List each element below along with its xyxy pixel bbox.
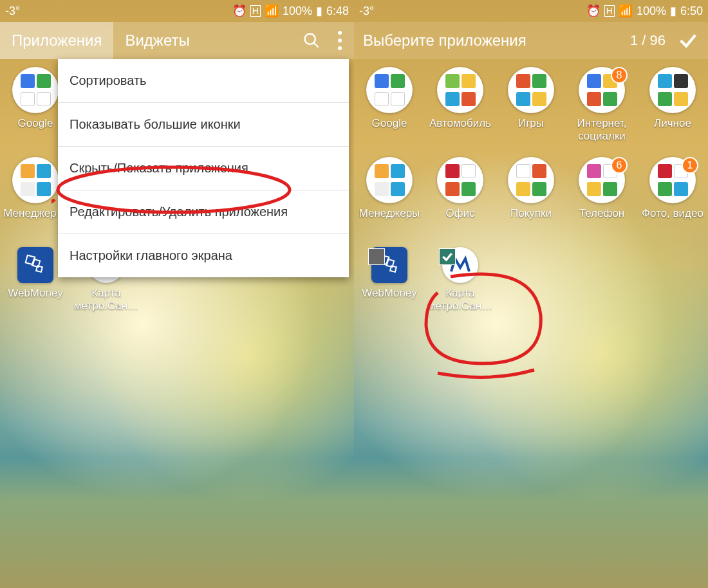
folder-office[interactable]: Офис [425,157,496,247]
battery-icon: ▮ [316,4,322,18]
menu-edit-delete-apps[interactable]: Редактировать/Удалить приложения [58,190,349,234]
badge: 6 [611,157,628,174]
folder-label: Офис [444,207,476,220]
app-label: Карта метро.Сан… [71,287,142,312]
selection-counter: 1 / 96 [630,32,666,49]
status-bar: -3° ⏰ H 📶 100% ▮ 6:50 [354,0,708,22]
folder-label: Автомобиль [428,117,492,130]
battery-pct: 100% [637,5,666,18]
folder-photo[interactable]: 1 Фото, видео [637,157,708,247]
battery-pct: 100% [283,5,312,18]
folder-games[interactable]: Игры [496,67,566,157]
signal-icon: 📶 [619,4,633,18]
folder-personal[interactable]: Личное [637,67,708,157]
folder-label: Телефон [578,207,626,220]
folder-phone[interactable]: 6 Телефон [566,157,637,247]
screen-left: -3° ⏰ H 📶 100% ▮ 6:48 Приложения Виджеты [0,0,354,588]
status-bar: -3° ⏰ H 📶 100% ▮ 6:48 [0,0,354,22]
svg-rect-4 [36,266,42,272]
folder-shop[interactable]: Покупки [496,157,566,247]
signal-icon: 📶 [265,4,279,18]
selection-titlebar: Выберите приложения 1 / 96 [354,22,708,59]
app-metro[interactable]: Карта метро.Сан… [425,247,496,337]
svg-point-0 [305,34,315,44]
data-icon: H [604,5,615,17]
app-label: WebMoney [6,287,64,300]
folder-auto[interactable]: Автомобиль [425,67,496,157]
clock: 6:50 [680,5,703,18]
temperature: -3° [359,5,374,18]
alarm-icon: ⏰ [232,4,247,18]
badge: 1 [682,157,698,174]
tab-apps[interactable]: Приложения [0,22,113,59]
menu-homescreen-settings[interactable]: Настройки главного экрана [58,234,349,277]
folder-label: Google [17,117,55,130]
select-checkbox[interactable] [368,248,385,265]
folder-managers[interactable]: Менеджеры [354,157,425,247]
confirm-icon[interactable] [677,30,699,51]
svg-rect-8 [390,266,396,272]
folder-label: Покупки [509,207,553,220]
battery-icon: ▮ [670,4,676,18]
overflow-icon[interactable] [326,31,354,50]
app-label: WebMoney [360,287,418,300]
data-icon: H [250,5,261,17]
screen-right: -3° ⏰ H 📶 100% ▮ 6:50 Выберите приложени… [354,0,708,588]
temperature: -3° [5,5,20,18]
menu-sort[interactable]: Сортировать [58,59,349,103]
app-label: Карта метро.Сан… [425,287,496,312]
folder-label: Интернет, социалки [566,117,637,142]
menu-hide-show-apps[interactable]: Скрыть/Показать приложения [58,147,349,190]
folder-label: Менеджеры [358,207,422,220]
folder-label: Личное [653,117,693,130]
overflow-menu: Сортировать Показывать большие иконки Ск… [58,59,349,277]
search-icon[interactable] [297,32,326,50]
menu-large-icons[interactable]: Показывать большие иконки [58,103,349,147]
badge: 8 [611,67,628,84]
app-webmoney[interactable]: WebMoney [354,247,425,337]
tab-widgets[interactable]: Виджеты [113,22,201,59]
folder-label: Google [371,117,409,130]
folder-label: Фото, видео [640,207,705,220]
clock: 6:48 [326,5,349,18]
titlebar: Приложения Виджеты [0,22,354,59]
alarm-icon: ⏰ [586,4,601,18]
select-checkbox-checked[interactable] [439,248,456,265]
folder-internet[interactable]: 8 Интернет, социалки [566,67,637,157]
svg-line-1 [314,43,319,48]
selection-title: Выберите приложения [363,32,526,50]
folder-label: Игры [517,117,545,130]
folder-google[interactable]: Google [354,67,425,157]
